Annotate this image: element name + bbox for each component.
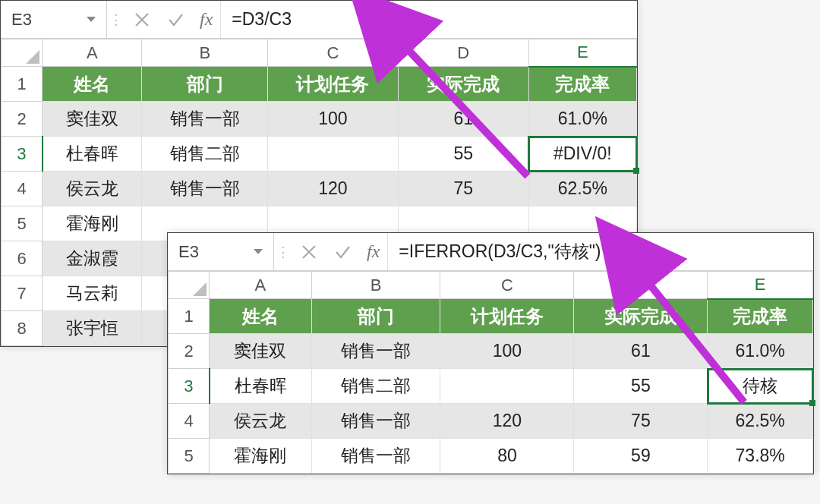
cell[interactable]: 62.5% (528, 172, 636, 206)
cell[interactable]: 实际完成 (574, 299, 708, 334)
selected-cell[interactable]: 待核 (708, 369, 813, 404)
col-header[interactable]: A (210, 272, 312, 299)
cell[interactable]: 霍海刚 (210, 439, 312, 474)
cancel-formula-button[interactable] (125, 1, 159, 38)
cell[interactable]: 杜春晖 (210, 369, 312, 404)
col-header[interactable]: D (398, 39, 528, 67)
fx-icon[interactable]: fx (359, 233, 388, 270)
cell[interactable]: 73.8% (708, 439, 813, 474)
cancel-formula-button[interactable] (292, 233, 326, 270)
row-header[interactable]: 1 (169, 299, 210, 334)
cell[interactable]: 销售一部 (142, 172, 268, 206)
cell[interactable]: 62.5% (708, 404, 813, 439)
cell[interactable]: 61.0% (708, 334, 813, 369)
cell[interactable]: 61 (574, 334, 708, 369)
cell[interactable]: 销售一部 (142, 102, 268, 137)
table-row: 4 侯云龙 销售一部 120 75 62.5% (169, 404, 813, 439)
table-row: 3 杜春晖 销售二部 55 待核 (169, 369, 813, 404)
cell[interactable]: 窦佳双 (210, 334, 312, 369)
cell[interactable]: 完成率 (528, 67, 636, 102)
close-icon (301, 244, 317, 260)
col-header[interactable]: E (708, 272, 813, 299)
cell[interactable]: 80 (440, 439, 574, 474)
row-header[interactable]: 4 (2, 172, 43, 206)
col-header[interactable]: A (43, 39, 142, 67)
row-header[interactable]: 2 (169, 334, 210, 369)
table-row: 1 姓名 部门 计划任务 实际完成 完成率 (169, 299, 813, 334)
cell[interactable]: 100 (268, 102, 399, 137)
name-box[interactable]: E3 (168, 233, 274, 270)
cell[interactable]: 75 (574, 404, 708, 439)
cell[interactable]: 窦佳双 (43, 102, 142, 137)
cell[interactable]: 部门 (311, 299, 440, 334)
cell[interactable]: 计划任务 (440, 299, 574, 334)
cell[interactable]: 销售二部 (142, 137, 268, 172)
row-header[interactable]: 1 (2, 67, 43, 102)
cell[interactable] (268, 137, 399, 172)
col-header[interactable]: D (574, 272, 708, 299)
cell[interactable]: 姓名 (43, 67, 142, 102)
col-header[interactable]: C (440, 272, 574, 299)
cell[interactable] (440, 369, 574, 404)
cell[interactable]: 55 (398, 137, 528, 172)
cell[interactable]: 销售一部 (311, 439, 440, 474)
cell[interactable]: 100 (440, 334, 574, 369)
cell[interactable]: 马云莉 (43, 276, 142, 311)
cell[interactable]: 61 (398, 102, 528, 137)
cell[interactable]: 55 (574, 369, 708, 404)
formula-input[interactable]: =IFERROR(D3/C3,"待核") (388, 240, 813, 263)
cell[interactable]: 59 (574, 439, 708, 474)
cell[interactable]: 61.0% (528, 102, 636, 137)
fx-icon[interactable]: fx (192, 1, 221, 38)
column-headers: A B C D E (2, 39, 637, 67)
chevron-down-icon[interactable] (254, 249, 263, 254)
select-all-corner[interactable] (169, 272, 210, 299)
cell[interactable]: 张宇恒 (43, 311, 142, 346)
formula-input[interactable]: =D3/C3 (221, 9, 637, 30)
row-header[interactable]: 5 (169, 439, 210, 474)
cell[interactable]: 销售一部 (311, 334, 440, 369)
table-row: 4 侯云龙 销售一部 120 75 62.5% (2, 172, 637, 206)
table-row: 1 姓名 部门 计划任务 实际完成 完成率 (2, 67, 637, 102)
chevron-down-icon[interactable] (87, 17, 96, 22)
cell[interactable]: 部门 (142, 67, 268, 102)
cell[interactable]: 姓名 (210, 299, 312, 334)
row-header[interactable]: 2 (2, 102, 43, 137)
cell[interactable]: 销售二部 (311, 369, 440, 404)
cell[interactable]: 120 (440, 404, 574, 439)
confirm-formula-button[interactable] (159, 1, 192, 38)
row-header[interactable]: 4 (169, 404, 210, 439)
name-box-value: E3 (178, 242, 199, 262)
cell[interactable]: 金淑霞 (43, 241, 142, 276)
check-icon (334, 244, 351, 260)
cell[interactable]: 计划任务 (268, 67, 399, 102)
row-header[interactable]: 3 (2, 137, 43, 172)
select-all-corner[interactable] (2, 39, 43, 67)
cell[interactable]: 侯云龙 (43, 172, 142, 206)
row-header[interactable]: 6 (2, 241, 43, 276)
row-header[interactable]: 5 (2, 206, 43, 241)
col-header[interactable]: B (142, 39, 268, 67)
cell[interactable]: 霍海刚 (43, 206, 142, 241)
cell[interactable]: 侯云龙 (210, 404, 312, 439)
name-box[interactable]: E3 (1, 1, 107, 38)
cell[interactable]: 实际完成 (398, 67, 528, 102)
cell[interactable]: 完成率 (708, 299, 813, 334)
cell[interactable]: 120 (268, 172, 399, 206)
resize-grip-icon[interactable]: ⋮ (274, 233, 292, 270)
resize-grip-icon[interactable]: ⋮ (107, 1, 125, 38)
row-header[interactable]: 3 (169, 369, 210, 404)
row-header[interactable]: 7 (2, 276, 43, 311)
table-row: 5 霍海刚 销售一部 80 59 73.8% (169, 439, 813, 474)
selected-cell[interactable]: #DIV/0! (528, 137, 636, 172)
col-header[interactable]: B (311, 272, 440, 299)
col-header[interactable]: C (268, 39, 399, 67)
col-header[interactable]: E (528, 39, 636, 67)
cell[interactable]: 杜春晖 (43, 137, 142, 172)
formula-bar: E3 ⋮ fx =IFERROR(D3/C3,"待核") (168, 233, 813, 271)
cell[interactable]: 75 (398, 172, 528, 206)
formula-bar: E3 ⋮ fx =D3/C3 (1, 1, 637, 39)
confirm-formula-button[interactable] (326, 233, 359, 270)
cell[interactable]: 销售一部 (311, 404, 440, 439)
row-header[interactable]: 8 (2, 311, 43, 346)
